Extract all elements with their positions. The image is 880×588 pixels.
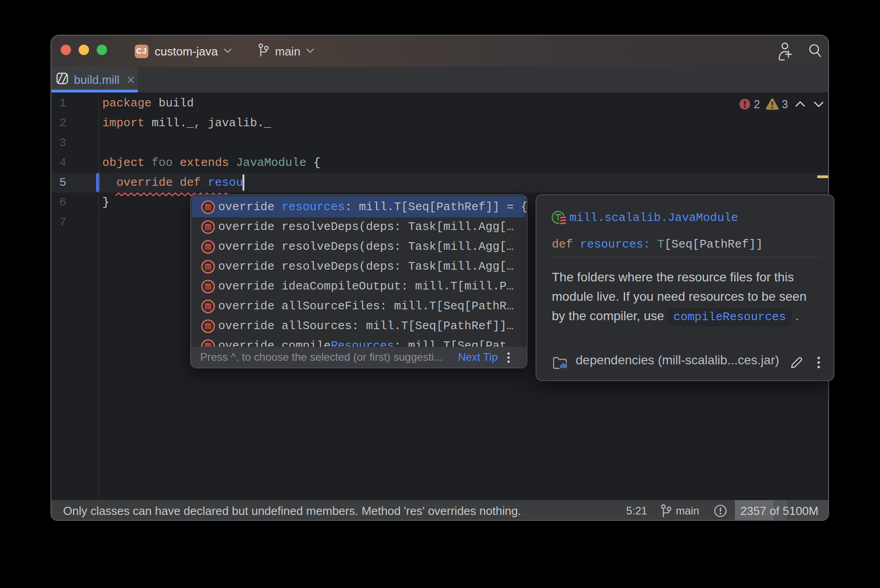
svg-text:m: m	[205, 301, 211, 312]
svg-text:m: m	[205, 281, 211, 293]
svg-text:m: m	[205, 202, 211, 213]
svg-text:m: m	[205, 221, 211, 233]
svg-text:m: m	[205, 241, 211, 253]
svg-text:m: m	[205, 261, 211, 273]
svg-text:m: m	[205, 321, 211, 332]
